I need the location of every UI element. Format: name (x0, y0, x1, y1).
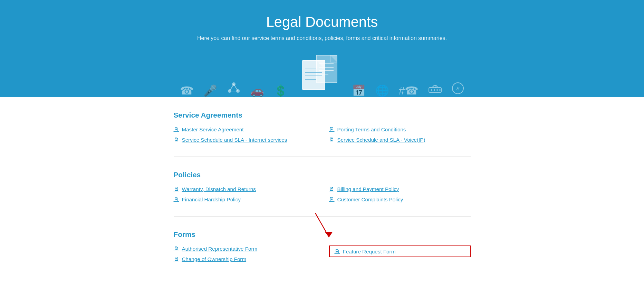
car-icon: 🚗 (250, 84, 264, 97)
hero-icons-strip: ☎ 🎤 🚗 💲 (7, 52, 637, 97)
doc-icon-8: 🗎 (329, 196, 335, 202)
master-service-agreement-link[interactable]: 🗎 Master Service Agreement (174, 126, 315, 132)
doc-icon-9: 🗎 (174, 245, 179, 252)
red-arrow-annotation (295, 210, 350, 244)
doc-icon-2: 🗎 (329, 126, 335, 132)
doc-icon-5: 🗎 (174, 186, 179, 192)
policies-section: Policies 🗎 Warranty, Dispatch and Return… (174, 171, 471, 202)
svg-line-3 (230, 84, 234, 91)
dollar-icon: 💲 (274, 84, 288, 97)
hero-section: Legal Documents Here you can find our se… (0, 0, 644, 97)
forms-title: Forms (174, 230, 471, 239)
financial-hardship-link[interactable]: 🗎 Financial Hardship Policy (174, 196, 315, 202)
feature-request-form-link[interactable]: 🗎 Feature Request Form (329, 245, 471, 257)
forms-right-col: 🗎 Feature Request Form (329, 245, 471, 257)
mic-icon: 🎤 (203, 84, 217, 97)
porting-terms-link[interactable]: 🗎 Porting Terms and Conditions (329, 126, 471, 132)
main-content: Service Agreements 🗎 Master Service Agre… (167, 97, 478, 297)
change-of-ownership-link[interactable]: 🗎 Change of Ownership Form (174, 256, 315, 262)
svg-point-23 (431, 89, 432, 91)
doc-icon-3: 🗎 (174, 137, 179, 143)
service-schedule-internet-link[interactable]: 🗎 Service Schedule and SLA - Internet se… (174, 137, 315, 143)
doc-icon-6: 🗎 (329, 186, 335, 192)
divider-1 (174, 157, 471, 157)
hashtag-phone-icon: #☎ (399, 84, 419, 97)
warranty-dispatch-link[interactable]: 🗎 Warranty, Dispatch and Returns (174, 186, 315, 192)
forms-section: Forms 🗎 Authorised Representative Form 🗎… (174, 230, 471, 262)
calendar-icon: 📅 (352, 84, 366, 97)
service-agreements-grid: 🗎 Master Service Agreement 🗎 Porting Ter… (174, 126, 471, 143)
divider-2 (174, 216, 471, 217)
billing-payment-link[interactable]: 🗎 Billing and Payment Policy (329, 186, 471, 192)
authorised-representative-link[interactable]: 🗎 Authorised Representative Form (174, 245, 315, 252)
svg-point-24 (434, 89, 435, 91)
hero-subtitle: Here you can find our service terms and … (7, 35, 637, 41)
svg-line-4 (234, 84, 238, 91)
svg-text:S: S (456, 86, 460, 91)
doc-icon-11: 🗎 (335, 248, 340, 254)
forms-left-col: 🗎 Authorised Representative Form 🗎 Chang… (174, 245, 315, 262)
doc-icon-1: 🗎 (174, 126, 179, 132)
policies-title: Policies (174, 171, 471, 179)
skype-icon: S (452, 82, 464, 97)
forms-grid: 🗎 Authorised Representative Form 🗎 Chang… (174, 245, 471, 262)
service-agreements-title: Service Agreements (174, 111, 471, 119)
service-agreements-section: Service Agreements 🗎 Master Service Agre… (174, 111, 471, 143)
network-icon (227, 81, 241, 97)
document-stack-icon (297, 52, 342, 97)
svg-point-25 (436, 89, 438, 91)
doc-icon-7: 🗎 (174, 196, 179, 202)
globe-icon: 🌐 (375, 84, 389, 97)
customer-complaints-link[interactable]: 🗎 Customer Complaints Policy (329, 196, 471, 202)
policies-grid: 🗎 Warranty, Dispatch and Returns 🗎 Billi… (174, 186, 471, 202)
phone-icon: ☎ (180, 84, 194, 97)
doc-icon-4: 🗎 (329, 137, 335, 143)
router-icon (428, 84, 442, 97)
svg-point-26 (439, 89, 441, 91)
doc-icon-10: 🗎 (174, 256, 179, 262)
page-title: Legal Documents (7, 14, 637, 30)
service-schedule-voice-link[interactable]: 🗎 Service Schedule and SLA - Voice(IP) (329, 137, 471, 143)
